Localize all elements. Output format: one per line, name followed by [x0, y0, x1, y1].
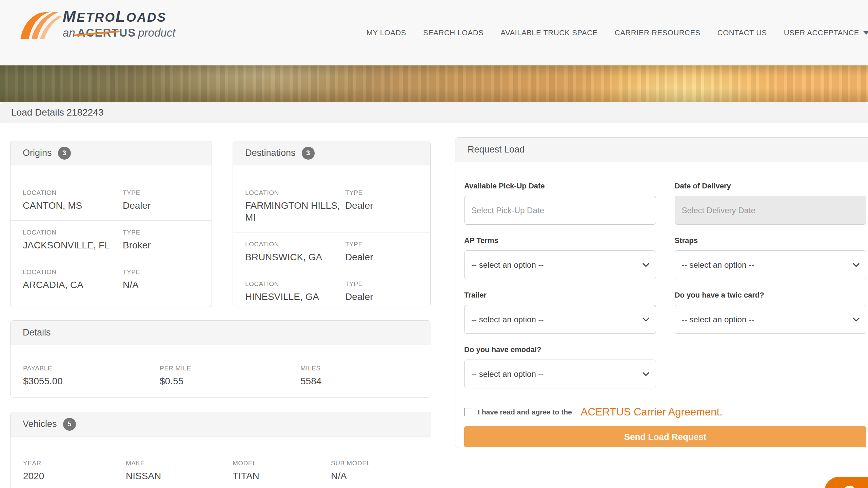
chevron-down-icon: [642, 317, 650, 322]
brand-tagline: anACERTUSproduct: [63, 26, 175, 39]
destination-type: Dealer: [345, 200, 418, 211]
destinations-card-header: Destinations 3: [233, 141, 430, 165]
ap-terms-select[interactable]: -- select an option --: [464, 250, 656, 279]
chevron-down-icon: [852, 317, 860, 322]
agreement-checkbox[interactable]: [464, 408, 472, 416]
vehicle-row: YEAR2020 MAKENISSAN MODELTITAN SUB MODEL…: [11, 451, 431, 488]
page-header-strip: Load Details 2182243: [0, 102, 868, 123]
pickup-date-input[interactable]: [464, 196, 656, 225]
details-card: Details PAYABLE$3055.00 PER MILE$0.55 MI…: [10, 320, 431, 398]
request-load-title: Request Load: [468, 144, 525, 155]
agreement-text: I have read and agree to the: [478, 408, 572, 416]
delivery-date-label: Date of Delivery: [675, 182, 867, 190]
miles-value: 5584: [300, 375, 431, 387]
trailer-label: Trailer: [464, 291, 656, 300]
origin-row: LOCATIONJACKSONVILLE, FL TYPEBroker: [11, 220, 212, 260]
straps-label: Straps: [675, 236, 867, 245]
request-load-card: Request Load Available Pick-Up Date Date…: [455, 137, 868, 448]
destination-location: BRUNSWICK, GA: [245, 251, 345, 263]
destinations-title: Destinations: [245, 148, 296, 158]
straps-field: Straps -- select an option --: [675, 236, 867, 279]
origin-row: LOCATIONARCADIA, CA TYPEN/A: [11, 260, 212, 300]
logo-swoosh-icon: [19, 12, 62, 39]
destinations-list: LOCATIONFARMINGTON HILLS, MI TYPEDealer …: [233, 165, 430, 307]
vehicles-card-header: Vehicles 5: [11, 412, 431, 436]
details-card-header: Details: [11, 321, 431, 345]
destination-row: LOCATIONFARMINGTON HILLS, MI TYPEDealer: [233, 181, 430, 232]
nav-contact-us[interactable]: CONTACT US: [717, 28, 767, 37]
origin-type: N/A: [123, 279, 199, 291]
nav-user-acceptance[interactable]: USER ACCEPTANCE: [784, 28, 867, 37]
request-load-card-header: Request Load: [455, 138, 868, 162]
destination-row: LOCATIONHINESVILLE, GA TYPEDealer: [233, 272, 430, 307]
brand-name: METROLOADS: [63, 8, 175, 24]
destinations-card: Destinations 3 LOCATIONFARMINGTON HILLS,…: [233, 141, 431, 307]
hero-banner-image: [0, 65, 868, 102]
emodal-spacer: [675, 345, 867, 388]
per-mile-value: $0.55: [160, 375, 300, 387]
chat-icon: [844, 486, 856, 488]
caret-down-icon: [863, 31, 868, 35]
origin-row: LOCATIONCANTON, MS TYPEDealer: [11, 181, 212, 220]
delivery-date-input[interactable]: [675, 196, 867, 225]
nav-my-loads[interactable]: MY LOADS: [367, 28, 406, 37]
ap-terms-label: AP Terms: [464, 236, 656, 245]
details-title: Details: [23, 327, 51, 338]
vehicle-model: TITAN: [233, 470, 331, 482]
origin-type: Dealer: [123, 200, 199, 211]
vehicles-title: Vehicles: [23, 419, 57, 429]
destination-row: LOCATIONBRUNSWICK, GA TYPEDealer: [233, 232, 430, 272]
pickup-date-field: Available Pick-Up Date: [464, 182, 656, 225]
origins-card-header: Origins 3: [11, 141, 212, 165]
ap-terms-field: AP Terms -- select an option --: [464, 236, 656, 279]
vehicles-count-badge: 5: [63, 418, 76, 431]
nav-carrier-resources[interactable]: CARRIER RESOURCES: [615, 28, 701, 37]
chevron-down-icon: [642, 263, 650, 267]
vehicles-card: Vehicles 5 YEAR2020 MAKENISSAN MODELTITA…: [10, 412, 431, 488]
origin-location: CANTON, MS: [23, 200, 123, 211]
origins-count-badge: 3: [58, 147, 71, 160]
nav-search-loads[interactable]: SEARCH LOADS: [423, 28, 484, 37]
origin-type: Broker: [123, 239, 199, 251]
top-bar: METROLOADS anACERTUSproduct MY LOADS SEA…: [0, 0, 868, 65]
origin-location: ARCADIA, CA: [23, 279, 123, 291]
logo-text: METROLOADS anACERTUSproduct: [63, 8, 175, 39]
destination-type: Dealer: [345, 291, 418, 303]
pickup-date-label: Available Pick-Up Date: [464, 182, 656, 190]
nav-available-truck-space[interactable]: AVAILABLE TRUCK SPACE: [500, 28, 597, 37]
origins-card: Origins 3 LOCATIONCANTON, MS TYPEDealer …: [10, 141, 212, 307]
twic-card-select[interactable]: -- select an option --: [675, 305, 867, 334]
main-nav: MY LOADS SEARCH LOADS AVAILABLE TRUCK SP…: [367, 0, 868, 65]
emodal-label: Do you have emodal?: [464, 345, 656, 354]
destination-location: HINESVILLE, GA: [245, 291, 345, 303]
origin-location: JACKSONVILLE, FL: [23, 239, 123, 251]
emodal-select[interactable]: -- select an option --: [464, 360, 656, 388]
twic-card-field: Do you have a twic card? -- select an op…: [675, 291, 867, 334]
destinations-count-badge: 3: [302, 147, 315, 160]
vehicle-sub-model: N/A: [331, 470, 431, 482]
trailer-select[interactable]: -- select an option --: [464, 305, 656, 334]
vehicles-list: YEAR2020 MAKENISSAN MODELTITAN SUB MODEL…: [11, 436, 431, 488]
trailer-field: Trailer -- select an option --: [464, 291, 656, 334]
destination-location: FARMINGTON HILLS, MI: [245, 200, 345, 223]
emodal-field: Do you have emodal? -- select an option …: [464, 345, 656, 388]
carrier-agreement-link[interactable]: ACERTUS Carrier Agreement.: [581, 406, 723, 418]
details-body: PAYABLE$3055.00 PER MILE$0.55 MILES5584: [11, 345, 431, 387]
destination-type: Dealer: [345, 251, 418, 263]
brand-logo[interactable]: METROLOADS anACERTUSproduct: [19, 8, 175, 39]
origins-list: LOCATIONCANTON, MS TYPEDealer LOCATIONJA…: [11, 165, 212, 300]
vehicle-make: NISSAN: [126, 470, 233, 482]
page: METROLOADS anACERTUSproduct MY LOADS SEA…: [0, 0, 868, 488]
agreement-row: I have read and agree to the ACERTUS Car…: [464, 406, 866, 418]
page-title: Load Details 2182243: [0, 107, 103, 118]
delivery-date-field: Date of Delivery: [675, 182, 867, 225]
request-load-form: Available Pick-Up Date Date of Delivery …: [455, 162, 868, 447]
origins-title: Origins: [23, 148, 52, 158]
vehicle-year: 2020: [23, 470, 126, 482]
twic-card-label: Do you have a twic card?: [675, 291, 867, 300]
straps-select[interactable]: -- select an option --: [675, 250, 867, 279]
payable-value: $3055.00: [23, 375, 160, 387]
send-load-request-button[interactable]: Send Load Request: [464, 426, 866, 447]
chevron-down-icon: [642, 372, 650, 377]
chevron-down-icon: [852, 263, 860, 267]
